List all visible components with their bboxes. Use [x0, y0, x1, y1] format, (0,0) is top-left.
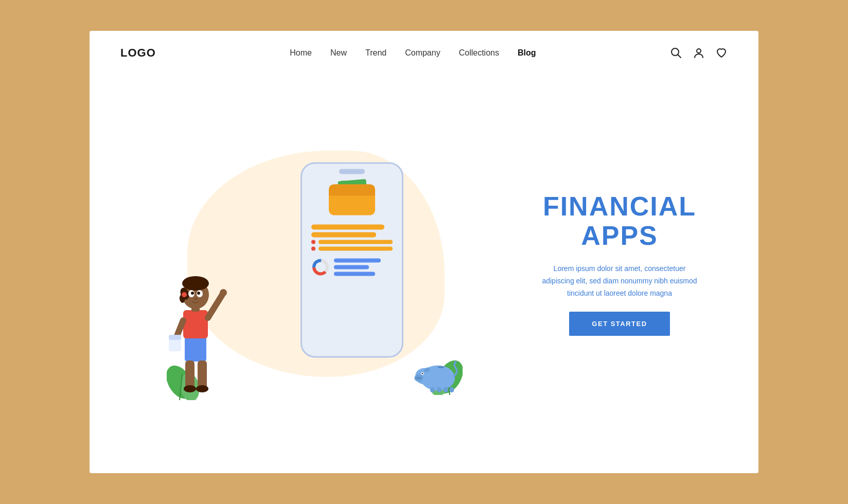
navbar: LOGO Home New Trend Company Collections … [90, 31, 758, 75]
svg-point-24 [194, 298, 197, 300]
phone-content-lines [309, 224, 395, 250]
svg-point-37 [416, 377, 418, 379]
svg-rect-44 [437, 387, 441, 393]
nav-icons [670, 47, 728, 59]
svg-rect-29 [169, 335, 181, 340]
svg-line-25 [208, 295, 222, 318]
svg-point-26 [220, 289, 227, 296]
svg-point-32 [184, 385, 196, 392]
search-icon[interactable] [670, 47, 682, 59]
phone-notch [339, 169, 365, 174]
svg-rect-46 [450, 387, 454, 393]
svg-point-23 [197, 292, 200, 295]
svg-point-40 [422, 373, 423, 374]
logo[interactable]: LOGO [120, 46, 156, 60]
svg-point-36 [414, 374, 423, 382]
svg-point-19 [182, 292, 187, 297]
nav-trend[interactable]: Trend [365, 48, 386, 57]
piggy-bank-icon [414, 356, 460, 392]
svg-rect-43 [430, 387, 435, 393]
user-icon[interactable] [693, 47, 705, 59]
nav-blog[interactable]: Blog [518, 48, 536, 57]
hero-title: FINANCIAL APPS [543, 192, 696, 250]
hero-section: FINANCIAL APPS Lorem ipsum dolor sit ame… [90, 75, 758, 473]
hero-illustration [120, 104, 511, 423]
nav-links: Home New Trend Company Collections Blog [290, 48, 536, 58]
svg-rect-13 [183, 310, 208, 338]
svg-point-2 [697, 49, 701, 53]
svg-line-1 [678, 55, 681, 58]
page-frame: LOGO Home New Trend Company Collections … [90, 31, 758, 473]
hero-subtitle: Lorem ipsum dolor sit amet, consectetuer… [537, 263, 702, 299]
svg-point-16 [182, 276, 209, 291]
wallet-icon [329, 184, 375, 220]
heart-icon[interactable] [715, 47, 728, 59]
phone-mockup [301, 162, 403, 357]
hero-title-line1: FINANCIAL [543, 191, 696, 221]
svg-rect-31 [198, 361, 207, 389]
hero-content: FINANCIAL APPS Lorem ipsum dolor sit ame… [511, 171, 728, 357]
nav-home[interactable]: Home [290, 48, 312, 57]
nav-collections[interactable]: Collections [459, 48, 499, 57]
nav-company[interactable]: Company [405, 48, 440, 57]
svg-point-38 [419, 377, 421, 379]
svg-point-22 [191, 292, 194, 295]
nav-new[interactable]: New [330, 48, 347, 57]
svg-point-33 [196, 385, 208, 392]
svg-rect-30 [185, 361, 195, 389]
hero-title-line2: APPS [581, 221, 658, 250]
donut-chart-icon [311, 258, 330, 276]
svg-rect-42 [438, 366, 444, 368]
girl-character-icon [162, 254, 228, 398]
get-started-button[interactable]: GET STARTED [569, 312, 669, 336]
phone-chart [309, 258, 395, 276]
svg-rect-45 [444, 387, 448, 393]
